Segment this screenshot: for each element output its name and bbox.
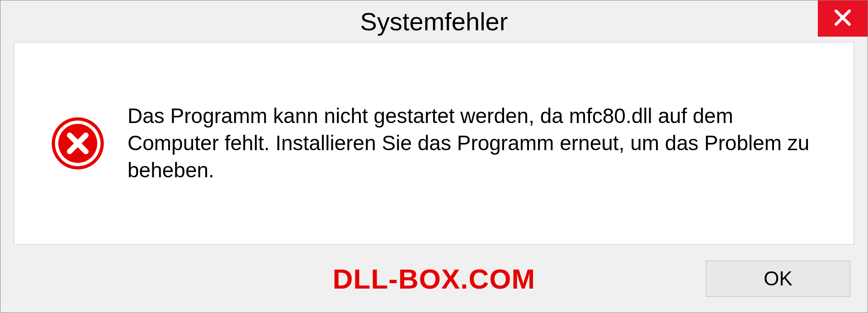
watermark-text: DLL-BOX.COM <box>333 263 535 295</box>
footer: DLL-BOX.COM OK <box>0 245 868 313</box>
titlebar: Systemfehler <box>0 0 868 42</box>
error-message: Das Programm kann nicht gestartet werden… <box>127 103 817 184</box>
close-button[interactable] <box>818 0 868 37</box>
error-icon <box>51 116 105 171</box>
ok-button[interactable]: OK <box>706 261 850 297</box>
close-icon <box>833 8 853 29</box>
content-panel: Das Programm kann nicht gestartet werden… <box>14 42 854 245</box>
dialog-title: Systemfehler <box>360 7 508 36</box>
